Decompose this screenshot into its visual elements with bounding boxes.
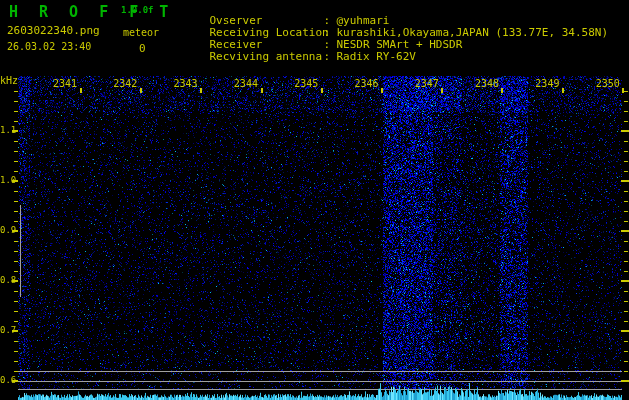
time-axis-label: 2347	[415, 78, 439, 89]
time-axis-label: 2341	[53, 78, 77, 89]
time-axis-label: 2342	[113, 78, 137, 89]
time-axis-label: 2350	[596, 78, 620, 89]
info-colon: :	[324, 51, 337, 63]
freq-axis-label: 1.1	[0, 125, 14, 135]
freq-axis-label: 0.7	[0, 325, 14, 335]
app-version-label: 1.0.0f	[121, 5, 154, 15]
freq-axis-label: 0.6	[0, 375, 14, 385]
output-filename: 2603022340.png	[7, 24, 100, 37]
meteor-count-label: meteor	[123, 27, 159, 38]
freq-axis-label: 1.0	[0, 175, 14, 185]
time-axis-label: 2344	[234, 78, 258, 89]
time-axis-label: 2343	[174, 78, 198, 89]
info-label: Recviving antenna	[210, 51, 324, 63]
freq-axis-label: 0.9	[0, 225, 14, 235]
hrofft-window: H R O F F T 1.0.0f 2603022340.png meteor…	[0, 0, 629, 400]
time-axis-label: 2348	[475, 78, 499, 89]
time-axis-label: 2346	[354, 78, 378, 89]
freq-axis-unit: kHz	[0, 75, 18, 86]
time-axis-label: 2345	[294, 78, 318, 89]
meteor-count-value: 0	[139, 42, 146, 55]
freq-axis-label: 0.8	[0, 275, 14, 285]
info-value: Radix RY-62V	[337, 51, 416, 63]
time-axis-label: 2349	[535, 78, 559, 89]
info-row-antenna: Recviving antenna:Radix RY-62V	[183, 39, 416, 75]
datetime-label: 26.03.02 23:40	[7, 41, 91, 52]
